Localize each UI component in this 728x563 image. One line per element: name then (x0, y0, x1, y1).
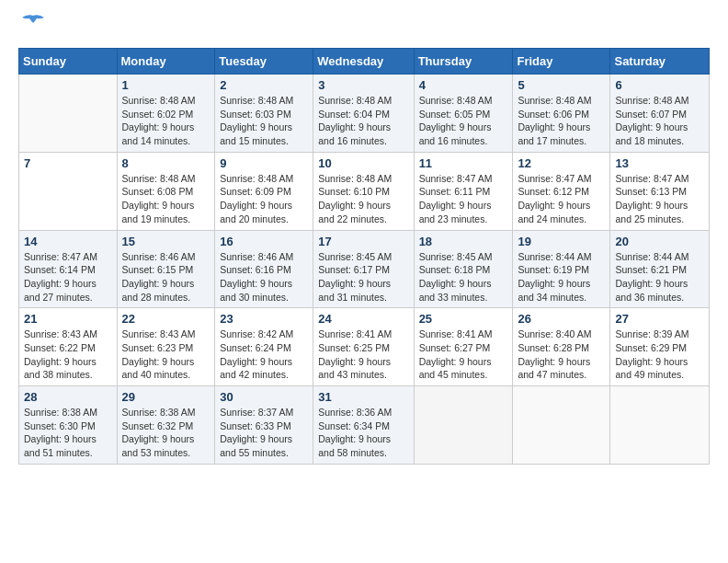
day-number: 29 (122, 390, 210, 404)
calendar-cell: 14Sunrise: 8:47 AMSunset: 6:14 PMDayligh… (19, 230, 118, 308)
day-number: 1 (122, 78, 210, 92)
day-number: 27 (615, 312, 704, 326)
calendar-row: 78Sunrise: 8:48 AMSunset: 6:08 PMDayligh… (19, 152, 710, 230)
calendar-cell: 20Sunrise: 8:44 AMSunset: 6:21 PMDayligh… (610, 230, 710, 308)
weekday-header-cell: Sunday (19, 49, 118, 75)
day-number: 28 (24, 390, 112, 404)
day-number: 26 (518, 312, 605, 326)
day-number: 11 (419, 156, 508, 170)
calendar-row: 21Sunrise: 8:43 AMSunset: 6:22 PMDayligh… (19, 308, 710, 386)
calendar-row: 28Sunrise: 8:38 AMSunset: 6:30 PMDayligh… (19, 386, 710, 465)
calendar-cell: 11Sunrise: 8:47 AMSunset: 6:11 PMDayligh… (414, 152, 513, 230)
day-info: Sunrise: 8:48 AMSunset: 6:05 PMDaylight:… (419, 94, 508, 148)
calendar-cell: 8Sunrise: 8:48 AMSunset: 6:08 PMDaylight… (117, 152, 215, 230)
day-number: 23 (220, 312, 308, 326)
day-number: 3 (318, 78, 408, 92)
day-number: 4 (419, 78, 508, 92)
day-info: Sunrise: 8:48 AMSunset: 6:06 PMDaylight:… (518, 94, 605, 148)
day-info: Sunrise: 8:40 AMSunset: 6:28 PMDaylight:… (518, 327, 605, 382)
day-info: Sunrise: 8:43 AMSunset: 6:22 PMDaylight:… (24, 327, 112, 382)
calendar-cell: 5Sunrise: 8:48 AMSunset: 6:06 PMDaylight… (513, 75, 610, 153)
day-info: Sunrise: 8:48 AMSunset: 6:03 PMDaylight:… (220, 94, 308, 148)
weekday-header-cell: Monday (117, 49, 215, 75)
day-info: Sunrise: 8:48 AMSunset: 6:09 PMDaylight:… (220, 172, 308, 226)
weekday-header-cell: Wednesday (313, 49, 414, 75)
day-number: 22 (122, 312, 210, 326)
calendar-cell: 18Sunrise: 8:45 AMSunset: 6:18 PMDayligh… (414, 230, 513, 308)
calendar-cell: 27Sunrise: 8:39 AMSunset: 6:29 PMDayligh… (610, 308, 710, 386)
day-info: Sunrise: 8:48 AMSunset: 6:04 PMDaylight:… (318, 94, 408, 148)
calendar-cell: 29Sunrise: 8:38 AMSunset: 6:32 PMDayligh… (117, 386, 215, 465)
day-number: 20 (615, 235, 704, 248)
calendar-cell (414, 386, 513, 465)
day-number: 21 (24, 312, 112, 326)
day-info: Sunrise: 8:39 AMSunset: 6:29 PMDaylight:… (615, 327, 704, 382)
day-number: 24 (318, 312, 408, 326)
day-info: Sunrise: 8:44 AMSunset: 6:19 PMDaylight:… (518, 250, 605, 304)
day-number: 14 (24, 235, 112, 248)
calendar-cell: 21Sunrise: 8:43 AMSunset: 6:22 PMDayligh… (19, 308, 118, 386)
day-info: Sunrise: 8:47 AMSunset: 6:13 PMDaylight:… (615, 172, 704, 226)
calendar-cell: 22Sunrise: 8:43 AMSunset: 6:23 PMDayligh… (117, 308, 215, 386)
calendar-cell: 23Sunrise: 8:42 AMSunset: 6:24 PMDayligh… (215, 308, 313, 386)
calendar-row: 1Sunrise: 8:48 AMSunset: 6:02 PMDaylight… (19, 75, 710, 153)
day-info: Sunrise: 8:48 AMSunset: 6:08 PMDaylight:… (122, 172, 210, 226)
day-info: Sunrise: 8:43 AMSunset: 6:23 PMDaylight:… (122, 327, 210, 382)
calendar-cell (513, 386, 610, 465)
day-info: Sunrise: 8:45 AMSunset: 6:18 PMDaylight:… (419, 250, 508, 304)
weekday-header-cell: Saturday (610, 49, 710, 75)
day-number: 19 (518, 235, 605, 248)
day-number: 15 (122, 235, 210, 248)
day-info: Sunrise: 8:37 AMSunset: 6:33 PMDaylight:… (220, 406, 308, 460)
page-header (18, 18, 710, 39)
calendar-cell: 1Sunrise: 8:48 AMSunset: 6:02 PMDaylight… (117, 75, 215, 153)
day-number: 2 (220, 78, 308, 92)
day-info: Sunrise: 8:46 AMSunset: 6:16 PMDaylight:… (220, 250, 308, 304)
day-info: Sunrise: 8:46 AMSunset: 6:15 PMDaylight:… (122, 250, 210, 304)
logo (18, 18, 46, 39)
calendar-cell: 3Sunrise: 8:48 AMSunset: 6:04 PMDaylight… (313, 75, 414, 153)
day-info: Sunrise: 8:48 AMSunset: 6:07 PMDaylight:… (615, 94, 704, 148)
day-info: Sunrise: 8:48 AMSunset: 6:10 PMDaylight:… (318, 172, 408, 226)
weekday-header-row: SundayMondayTuesdayWednesdayThursdayFrid… (19, 49, 710, 75)
calendar-cell: 10Sunrise: 8:48 AMSunset: 6:10 PMDayligh… (313, 152, 414, 230)
day-number: 12 (518, 156, 605, 170)
logo-bird-icon (20, 14, 46, 34)
day-number: 13 (615, 156, 704, 170)
weekday-header-cell: Tuesday (215, 49, 313, 75)
day-number: 17 (318, 235, 408, 248)
day-info: Sunrise: 8:38 AMSunset: 6:30 PMDaylight:… (24, 406, 112, 460)
calendar-cell: 9Sunrise: 8:48 AMSunset: 6:09 PMDaylight… (215, 152, 313, 230)
weekday-header-cell: Friday (513, 49, 610, 75)
day-number: 9 (220, 156, 308, 170)
day-info: Sunrise: 8:44 AMSunset: 6:21 PMDaylight:… (615, 250, 704, 304)
calendar-cell: 4Sunrise: 8:48 AMSunset: 6:05 PMDaylight… (414, 75, 513, 153)
day-number: 7 (24, 156, 112, 170)
day-number: 31 (318, 390, 408, 404)
calendar-cell (19, 75, 118, 153)
calendar-cell: 2Sunrise: 8:48 AMSunset: 6:03 PMDaylight… (215, 75, 313, 153)
calendar-cell: 25Sunrise: 8:41 AMSunset: 6:27 PMDayligh… (414, 308, 513, 386)
calendar-cell: 12Sunrise: 8:47 AMSunset: 6:12 PMDayligh… (513, 152, 610, 230)
calendar-cell: 7 (19, 152, 118, 230)
day-info: Sunrise: 8:41 AMSunset: 6:27 PMDaylight:… (419, 327, 508, 382)
calendar-cell: 30Sunrise: 8:37 AMSunset: 6:33 PMDayligh… (215, 386, 313, 465)
calendar-cell (610, 386, 710, 465)
calendar-cell: 26Sunrise: 8:40 AMSunset: 6:28 PMDayligh… (513, 308, 610, 386)
day-number: 8 (122, 156, 210, 170)
calendar-cell: 13Sunrise: 8:47 AMSunset: 6:13 PMDayligh… (610, 152, 710, 230)
calendar-cell: 28Sunrise: 8:38 AMSunset: 6:30 PMDayligh… (19, 386, 118, 465)
day-info: Sunrise: 8:41 AMSunset: 6:25 PMDaylight:… (318, 327, 408, 382)
day-number: 6 (615, 78, 704, 92)
day-info: Sunrise: 8:48 AMSunset: 6:02 PMDaylight:… (122, 94, 210, 148)
calendar-cell: 24Sunrise: 8:41 AMSunset: 6:25 PMDayligh… (313, 308, 414, 386)
day-number: 30 (220, 390, 308, 404)
day-info: Sunrise: 8:42 AMSunset: 6:24 PMDaylight:… (220, 327, 308, 382)
day-number: 18 (419, 235, 508, 248)
calendar-cell: 6Sunrise: 8:48 AMSunset: 6:07 PMDaylight… (610, 75, 710, 153)
calendar-cell: 31Sunrise: 8:36 AMSunset: 6:34 PMDayligh… (313, 386, 414, 465)
calendar-cell: 15Sunrise: 8:46 AMSunset: 6:15 PMDayligh… (117, 230, 215, 308)
day-number: 5 (518, 78, 605, 92)
calendar-row: 14Sunrise: 8:47 AMSunset: 6:14 PMDayligh… (19, 230, 710, 308)
day-number: 16 (220, 235, 308, 248)
